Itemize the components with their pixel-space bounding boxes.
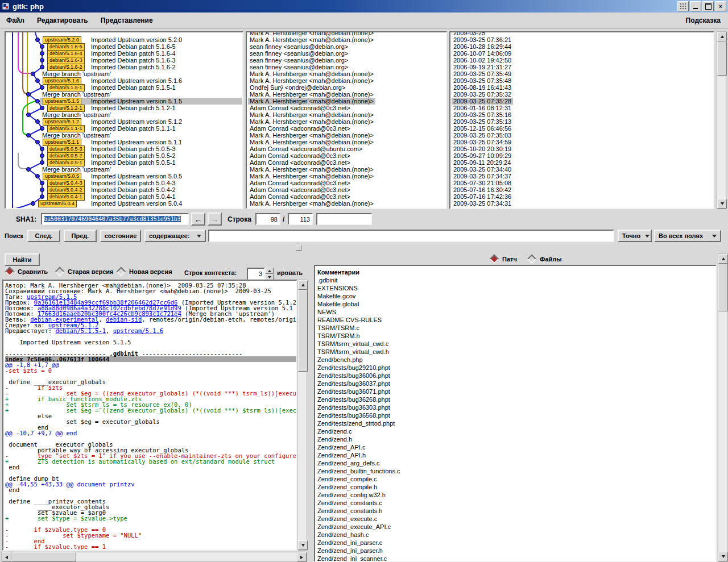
- commit-date[interactable]: 2009-03-25 07:35:03: [450, 132, 713, 139]
- maximize-button[interactable]: [702, 1, 714, 11]
- commit-author[interactable]: Mark A. Hershberger <mah@debian.(none)>: [247, 111, 446, 118]
- file-item[interactable]: Zend/zend_arg_defs.c: [317, 459, 715, 467]
- file-item[interactable]: README.CVS-RULES: [317, 316, 715, 324]
- minimize-button[interactable]: [690, 1, 701, 11]
- menu-help[interactable]: Подсказка: [679, 16, 728, 24]
- commit-date[interactable]: 2006-10-02 19:42:50: [450, 57, 713, 64]
- commit-row[interactable]: debian/5.1.5-1Imported Debian patch 5.1.…: [6, 84, 242, 91]
- commit-row[interactable]: debian/5.0.4-3Imported Debian patch 5.0.…: [6, 180, 242, 186]
- radio-patch[interactable]: Патч: [489, 256, 517, 263]
- commit-author[interactable]: Mark A. Hershberger <mah@debian.(none)>: [247, 31, 446, 36]
- window-menu-button[interactable]: [677, 1, 689, 11]
- commit-date[interactable]: 2006-10-28 16:29:44: [450, 43, 713, 50]
- radio-old-version[interactable]: Старая версия: [55, 268, 114, 275]
- commit-author[interactable]: Adam Conrad <adconrad@0c3.net>: [247, 125, 446, 132]
- sha1-input[interactable]: ba50031707469046407a35b77a3cd81351e951b3: [41, 213, 189, 225]
- commit-date[interactable]: 2006-08-19 16:41:43: [450, 84, 713, 91]
- commit-author[interactable]: Mark A. Hershberger <mah@debian.(none)>: [247, 70, 446, 77]
- commit-row[interactable]: upstream/5.1.5Imported Upstream version …: [6, 98, 242, 105]
- find-commit-button[interactable]: состояние: [100, 230, 141, 242]
- commit-row[interactable]: upstream/5.1.1Imported Upstream version …: [6, 139, 242, 145]
- commit-row[interactable]: debian/5.0.5-1Imported Debian patch 5.0.…: [6, 159, 242, 166]
- commit-row[interactable]: debian/5.0.4-1Imported Debian patch 5.0.…: [6, 193, 242, 200]
- file-item[interactable]: EXTENSIONS: [317, 284, 715, 292]
- commit-author[interactable]: Adam Conrad <adconrad@0c3.net>: [247, 152, 446, 159]
- commit-author[interactable]: Mark A. Hershberger <mah@debian.(none)>: [247, 98, 446, 105]
- commit-author-pane[interactable]: Mark A. Hershberger <mah@debian.(none)>M…: [246, 31, 447, 209]
- commit-author[interactable]: sean finney <seanius@debian.org>: [247, 64, 446, 70]
- row-total-field[interactable]: 113: [288, 213, 313, 225]
- commit-author[interactable]: Adam Conrad <adconrad@0c3.net>: [247, 193, 446, 200]
- scroll-up-button[interactable]: [717, 32, 727, 41]
- commit-date[interactable]: 2009-03-25: [450, 31, 713, 36]
- commit-author[interactable]: Mark A. Hershberger <mah@debian.(none)>: [247, 77, 446, 84]
- commit-list-scrollbar[interactable]: [717, 31, 726, 209]
- sash-handle[interactable]: [296, 245, 301, 251]
- commit-date[interactable]: 2009-03-25 07:34:59: [450, 139, 713, 145]
- file-item[interactable]: Zend/zend_ini_scanner.c: [317, 555, 715, 562]
- commit-author[interactable]: Mark A. Hershberger <mah@debian.(none)>: [247, 200, 446, 207]
- commit-author[interactable]: sean finney <seanius@debian.org>: [247, 57, 446, 64]
- close-button[interactable]: ×: [715, 1, 726, 11]
- commit-author[interactable]: Mark A. Hershberger <mah@debian.(none)>: [247, 166, 446, 173]
- commit-row[interactable]: debian/5.1.2-1Imported Debian patch 5.1.…: [6, 105, 242, 111]
- field-scope-dropdown[interactable]: Во всех полях: [654, 230, 721, 242]
- commit-date[interactable]: 2005-10-20 20:30:19: [450, 145, 713, 152]
- commit-date[interactable]: 2009-03-25 07:34:40: [450, 166, 713, 173]
- radio-diff[interactable]: Сравнить: [5, 268, 48, 275]
- commit-date[interactable]: 2009-03-25 07:34:37: [450, 173, 713, 180]
- diff-scrollbar-vertical[interactable]: [297, 280, 307, 551]
- file-item[interactable]: Zend/zend_compile.h: [317, 483, 715, 491]
- spin-up-button[interactable]: [265, 268, 274, 274]
- scroll-left-button[interactable]: [2, 552, 11, 562]
- diff-view[interactable]: Автор: Mark A. Hershberger <mah@debian.(…: [2, 280, 297, 551]
- commit-date[interactable]: 2009-03-25 07:35:49: [450, 70, 713, 77]
- menu-view[interactable]: Представление: [94, 16, 159, 24]
- file-item[interactable]: Zend/tests/bug36303.phpt: [317, 403, 715, 411]
- commit-date[interactable]: 2009-03-25 07:34:31: [450, 200, 713, 207]
- commit-author[interactable]: Ondřej Surý <ondrej@debian.org>: [247, 84, 446, 91]
- commit-date[interactable]: 2009-03-25 07:35:16: [450, 111, 713, 118]
- back-button[interactable]: ←: [191, 213, 205, 226]
- context-lines-value[interactable]: 3: [247, 268, 265, 280]
- file-item[interactable]: Zend/zend_API.c: [317, 443, 715, 451]
- file-item[interactable]: Makefile.gcov: [317, 292, 715, 300]
- find-type-dropdown[interactable]: содержащее:: [144, 230, 206, 242]
- file-item[interactable]: Zend/zend_execute_API.c: [317, 523, 715, 531]
- commit-date[interactable]: 2009-03-25 07:35:48: [450, 77, 713, 84]
- commit-date[interactable]: 2005-09-11 20:29:24: [450, 159, 713, 166]
- commit-row[interactable]: upstream/5.1.2Imported Upstream version …: [6, 118, 242, 125]
- file-item[interactable]: Zend/bench.php: [317, 356, 715, 364]
- commit-row[interactable]: upstream/5.0.5Imported Upstream version …: [6, 173, 242, 180]
- commit-author[interactable]: Mark A. Hershberger <mah@debian.(none)>: [247, 173, 446, 180]
- commit-author[interactable]: Mark A. Hershberger <mah@debian.(none)>: [247, 118, 446, 125]
- commit-author[interactable]: Mark A. Hershberger <mah@debian.(none)>: [247, 139, 446, 145]
- radio-tree[interactable]: Файлы: [527, 256, 562, 263]
- ref-link[interactable]: debian-sid: [106, 316, 142, 323]
- file-item[interactable]: TSRM/tsrm_virtual_cwd.h: [317, 348, 715, 356]
- diff-find-button[interactable]: Найти: [5, 253, 40, 266]
- file-item[interactable]: Zend/tests/bug36006.phpt: [317, 372, 715, 380]
- file-item[interactable]: Zend/tests/bug36037.phpt: [317, 380, 715, 388]
- commit-row[interactable]: Merge branch 'upstream': [6, 166, 242, 173]
- scroll-thumb[interactable]: [11, 552, 76, 562]
- file-item[interactable]: Zend/zend_ini_parser.c: [317, 539, 715, 547]
- commit-row[interactable]: debian/5.1.1-1Imported Debian patch 5.1.…: [6, 125, 242, 132]
- commit-row[interactable]: debian/5.1.6-4Imported Debian patch 5.1.…: [6, 50, 242, 57]
- scroll-down-button[interactable]: [717, 199, 727, 209]
- file-list-scrollbar[interactable]: [718, 253, 727, 562]
- tag-label[interactable]: upstream/5.0.4: [38, 200, 77, 207]
- file-item[interactable]: Zend/zend_config.w32.h: [317, 491, 715, 499]
- context-lines-spinner[interactable]: 3: [247, 268, 274, 280]
- commit-author[interactable]: Adam Conrad <adconrad@0c3.net>: [247, 105, 446, 111]
- commit-row[interactable]: Merge branch 'upstream': [6, 91, 242, 98]
- commit-author[interactable]: Mark A. Hershberger <mah@debian.(none)>: [247, 91, 446, 98]
- commit-row[interactable]: upstream/5.0.4Imported Upstream version …: [6, 200, 242, 207]
- file-item-comments[interactable]: Комментарии: [317, 268, 715, 276]
- file-item[interactable]: TSRM/tsrm_virtual_cwd.c: [317, 340, 715, 348]
- file-item[interactable]: Zend/tests/zend_strtod.phpt: [317, 419, 715, 427]
- file-item[interactable]: TSRM/TSRM.h: [317, 332, 715, 340]
- commit-row[interactable]: debian/5.0.5-2Imported Debian patch 5.0.…: [6, 152, 242, 159]
- commit-date[interactable]: 2005-07-16 16:30:42: [450, 186, 713, 193]
- menu-file[interactable]: Файл: [0, 16, 31, 24]
